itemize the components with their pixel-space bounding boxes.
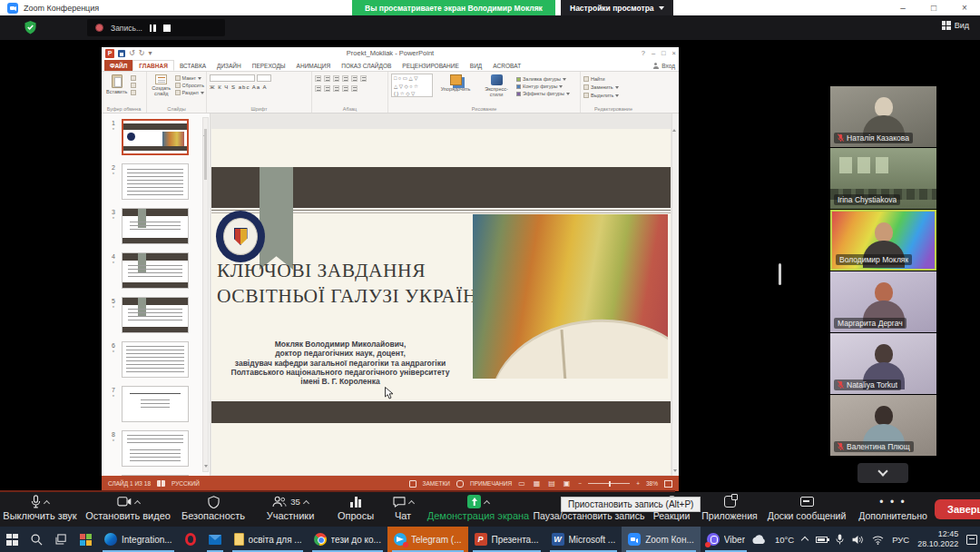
chevron-up-icon[interactable] bbox=[407, 499, 414, 506]
slide-thumbnail-9[interactable] bbox=[122, 475, 189, 476]
clock[interactable]: 12:45 28.10.2022 bbox=[917, 529, 958, 550]
chat-button[interactable]: Чат bbox=[381, 492, 425, 527]
end-meeting-button[interactable]: Завершение bbox=[935, 499, 980, 519]
view-slideshow-button[interactable]: ▣ bbox=[564, 479, 573, 488]
taskbar-document-window[interactable]: освіта для ... bbox=[228, 527, 308, 552]
participant-tile[interactable]: Маргарита Дергач bbox=[830, 271, 936, 332]
columns-icon[interactable] bbox=[351, 85, 358, 92]
security-button[interactable]: Безопасность bbox=[176, 492, 250, 527]
tab-slideshow[interactable]: ПОКАЗ СЛАЙДОВ bbox=[336, 60, 397, 71]
sign-in-button[interactable]: Вход bbox=[652, 60, 675, 72]
task-view-button[interactable] bbox=[49, 527, 74, 552]
align-right-icon[interactable] bbox=[333, 85, 339, 92]
slide-thumbnail-6[interactable] bbox=[122, 341, 189, 378]
chevron-up-icon[interactable] bbox=[484, 499, 490, 506]
chevron-up-icon[interactable] bbox=[303, 499, 309, 506]
find-button[interactable]: Найти bbox=[583, 76, 619, 82]
slide-author-block[interactable]: Мокляк Володимир Миколайович, доктор пед… bbox=[215, 340, 466, 387]
indent-increase-icon[interactable] bbox=[342, 75, 348, 82]
format-painter-icon[interactable] bbox=[131, 90, 136, 95]
battery-icon[interactable] bbox=[816, 537, 828, 543]
shape-effects-button[interactable]: Эффекты фигуры bbox=[516, 91, 570, 96]
undo-icon[interactable]: ↺ bbox=[129, 49, 135, 58]
indent-decrease-icon[interactable] bbox=[333, 75, 339, 82]
participants-button[interactable]: 35 Участники bbox=[250, 492, 330, 527]
zoom-in-button[interactable]: + bbox=[636, 480, 640, 487]
taskbar-opera-button[interactable] bbox=[179, 527, 202, 552]
paste-button[interactable]: Вставить bbox=[104, 74, 129, 105]
section-button[interactable]: Раздел bbox=[175, 90, 204, 95]
view-settings-button[interactable]: Настройки просмотра bbox=[561, 0, 673, 15]
participant-tile[interactable]: Валентина Плющ bbox=[830, 395, 936, 456]
stop-recording-button[interactable] bbox=[163, 25, 171, 32]
notes-toggle[interactable]: ЗАМЕТКИ bbox=[423, 480, 450, 487]
line-spacing-icon[interactable] bbox=[351, 75, 358, 82]
align-left-icon[interactable] bbox=[315, 85, 321, 92]
layout-button[interactable]: Макет bbox=[175, 75, 204, 81]
replace-button[interactable]: Заменить bbox=[583, 84, 619, 90]
start-button[interactable] bbox=[0, 527, 24, 552]
quick-styles-button[interactable]: Экспресс-стили bbox=[478, 74, 514, 105]
participant-tile-active-speaker[interactable]: Володимир Мокляк bbox=[830, 210, 936, 271]
shape-outline-button[interactable]: Контур фигуры bbox=[516, 84, 570, 89]
whiteboards-button[interactable]: Доски сообщений bbox=[762, 492, 851, 527]
close-button[interactable]: × bbox=[949, 0, 980, 15]
tab-view[interactable]: ВИД bbox=[465, 60, 487, 71]
comments-toggle[interactable]: ПРИМЕЧАНИЯ bbox=[470, 480, 512, 487]
tab-review[interactable]: РЕЦЕНЗИРОВАНИЕ bbox=[397, 60, 465, 71]
view-layout-button[interactable]: Вид bbox=[942, 21, 969, 30]
shape-fill-button[interactable]: Заливка фигуры bbox=[516, 76, 570, 82]
zoom-slider[interactable] bbox=[588, 483, 630, 484]
taskbar-word-window[interactable]: WMicrosoft ... bbox=[545, 527, 622, 552]
volume-icon[interactable] bbox=[852, 535, 864, 545]
minimize-button[interactable]: – bbox=[887, 0, 918, 15]
redo-icon[interactable]: ↻ bbox=[139, 49, 145, 58]
ppt-minimize-button[interactable]: – bbox=[652, 47, 655, 60]
text-direction-icon[interactable] bbox=[360, 75, 367, 82]
participant-tile[interactable]: Irina Chystiakova bbox=[830, 148, 936, 209]
share-screen-button[interactable]: Демонстрация экрана bbox=[425, 492, 532, 527]
apps-button[interactable]: Приложения bbox=[697, 492, 762, 527]
tray-mic-icon[interactable] bbox=[836, 534, 844, 545]
new-slide-button[interactable]: Создать слайд bbox=[150, 74, 173, 105]
encryption-shield-icon[interactable] bbox=[24, 20, 37, 38]
ppt-close-button[interactable]: × bbox=[672, 47, 676, 60]
slide-thumbnail-7[interactable] bbox=[122, 386, 189, 422]
ppt-help-icon[interactable]: ? bbox=[642, 47, 645, 60]
zoom-level[interactable]: 38% bbox=[646, 480, 658, 487]
qat-caret-icon[interactable]: ▾ bbox=[148, 49, 152, 58]
view-reading-button[interactable]: ▤ bbox=[548, 479, 557, 488]
bullets-icon[interactable] bbox=[315, 75, 321, 82]
tray-expand-icon[interactable] bbox=[801, 537, 808, 544]
pinned-app-button[interactable] bbox=[74, 527, 98, 552]
shapes-gallery[interactable]: □ ○ ▭ △ ▽ △ ▽ ◇ ○ ☆ ( ) ☆ ◇ ▽ bbox=[391, 74, 433, 97]
numbering-icon[interactable] bbox=[324, 75, 330, 82]
weather-cloud-icon[interactable] bbox=[751, 535, 767, 545]
taskbar-telegram-window[interactable]: Telegram (... bbox=[387, 527, 468, 552]
pause-recording-button[interactable] bbox=[150, 25, 156, 32]
view-sorter-button[interactable]: ▦ bbox=[534, 479, 543, 488]
thumbnail-scrollbar[interactable] bbox=[202, 117, 209, 472]
language-indicator[interactable]: РУССКИЙ bbox=[172, 480, 200, 487]
align-center-icon[interactable] bbox=[324, 85, 330, 92]
mute-button[interactable]: Выключить звук bbox=[0, 492, 80, 527]
tab-transitions[interactable]: ПЕРЕХОДЫ bbox=[247, 60, 291, 71]
more-button[interactable]: • • • Дополнительно bbox=[851, 492, 935, 527]
taskbar-viber-window[interactable]: Viber bbox=[701, 527, 751, 552]
taskbar-edge-window[interactable]: Integration... bbox=[98, 527, 179, 552]
tab-design[interactable]: ДИЗАЙН bbox=[211, 60, 247, 71]
zoom-out-button[interactable]: − bbox=[578, 480, 582, 487]
reset-button[interactable]: Сбросить bbox=[175, 83, 204, 88]
slide-thumbnail-2[interactable] bbox=[122, 163, 189, 200]
tab-home[interactable]: ГЛАВНАЯ bbox=[132, 60, 174, 71]
copy-icon[interactable] bbox=[131, 83, 136, 88]
more-participants-button[interactable] bbox=[858, 463, 908, 483]
taskbar-powerpoint-window[interactable]: PПрезента... bbox=[468, 527, 545, 552]
font-size-input[interactable] bbox=[257, 74, 271, 82]
slide-thumbnail-1[interactable] bbox=[122, 119, 189, 155]
taskbar-mail-button[interactable] bbox=[202, 527, 228, 552]
ppt-maximize-button[interactable]: □ bbox=[662, 47, 666, 60]
slide-thumbnail-5[interactable] bbox=[122, 297, 189, 333]
slide-thumbnail-3[interactable] bbox=[122, 208, 189, 244]
view-normal-button[interactable]: ▭ bbox=[518, 479, 527, 488]
